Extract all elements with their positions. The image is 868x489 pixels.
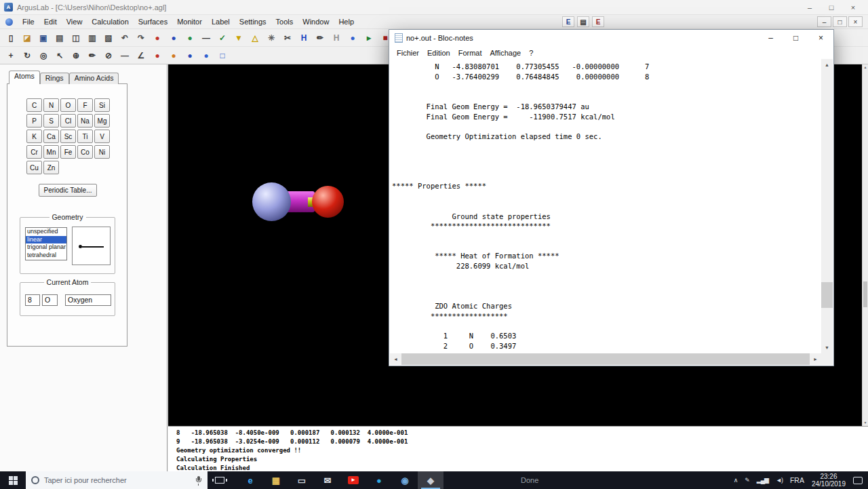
bond-line-icon[interactable]: ― (117, 48, 132, 62)
hidden-icons-chevron[interactable]: ∧ (734, 477, 738, 484)
element-button[interactable]: F (77, 98, 93, 112)
pencil-icon[interactable]: ✏ (313, 31, 328, 45)
element-button[interactable]: Cl (60, 114, 76, 128)
store-icon[interactable]: ▭ (289, 471, 315, 489)
language-indicator[interactable]: FRA (790, 476, 804, 484)
atom-color-blue-icon[interactable]: ● (182, 48, 197, 62)
edge-icon[interactable]: e (237, 471, 263, 489)
menu-item[interactable]: Label (207, 15, 235, 28)
menu-item[interactable]: View (62, 15, 87, 28)
energy-plot-icon[interactable]: E (592, 16, 604, 27)
rotate-tool-icon[interactable]: ↻ (20, 48, 35, 62)
menu-item[interactable]: Settings (235, 15, 271, 28)
geometry-option[interactable]: trigonal planar (26, 243, 66, 252)
menu-item[interactable]: Surfaces (134, 15, 172, 28)
network-icon[interactable]: ▂▄▆ (757, 477, 768, 484)
periodic-table-button[interactable]: Periodic Table... (39, 184, 97, 197)
chrome-icon[interactable]: ◉ (392, 471, 418, 489)
menu-item[interactable]: Window (298, 15, 334, 28)
atomic-number-field[interactable]: 8 (25, 294, 40, 306)
element-name-field[interactable]: Oxygen (65, 294, 111, 306)
mdi-restore-button[interactable]: □ (833, 16, 847, 27)
notepad-text-area[interactable]: N -4.83080701 0.77305455 -0.00000000 7 O… (390, 59, 821, 353)
remove-hydrogens-icon[interactable]: H (329, 31, 344, 45)
element-button[interactable]: Ca (43, 130, 59, 143)
scroll-up-icon[interactable]: ▲ (863, 64, 868, 71)
capture-icon[interactable]: ◫ (68, 31, 83, 45)
menu-item[interactable]: Affichage (486, 49, 526, 57)
arguslab-titlebar[interactable]: A ArgusLab - [C:\Users\Nihon\Desktop\no+… (0, 0, 868, 15)
angle-tool-icon[interactable]: ∠ (134, 48, 149, 62)
notepad-maximize-button[interactable]: □ (783, 30, 808, 46)
element-button[interactable]: C (26, 98, 42, 112)
element-button[interactable]: S (43, 114, 59, 128)
scroll-up-icon[interactable]: ▲ (821, 59, 833, 71)
element-button[interactable]: P (26, 114, 42, 128)
element-button[interactable]: O (60, 98, 76, 112)
center-tool-icon[interactable]: ⊕ (68, 48, 83, 62)
element-button[interactable]: Zn (43, 161, 59, 174)
mdi-close-button[interactable]: × (848, 16, 863, 27)
print-icon[interactable]: ▤ (52, 31, 67, 45)
geometry-option[interactable]: tetrahedral (26, 252, 66, 260)
settings-gear-icon[interactable]: ✳ (264, 31, 279, 45)
element-button[interactable]: Mn (43, 145, 59, 159)
scroll-down-icon[interactable]: ▼ (863, 420, 868, 426)
atom-red-icon[interactable]: ● (150, 31, 165, 45)
element-button[interactable]: K (26, 130, 42, 143)
clean-geometry-icon[interactable]: ✓ (215, 31, 230, 45)
draw-tool-icon[interactable]: ✏ (85, 48, 100, 62)
atom-color-navy-icon[interactable]: ● (199, 48, 214, 62)
menu-item[interactable]: File (18, 15, 39, 28)
copy-icon[interactable]: ▥ (85, 31, 100, 45)
element-button[interactable]: Na (77, 114, 93, 128)
panel-tab[interactable]: Rings (40, 73, 69, 84)
arguslab-minimize-button[interactable]: – (799, 1, 821, 14)
microphone-icon[interactable] (194, 475, 202, 486)
scroll-thumb[interactable] (821, 282, 833, 308)
geometry-option[interactable]: unspecified (26, 228, 66, 236)
nitrogen-atom[interactable] (252, 182, 291, 221)
element-button[interactable]: Ti (77, 130, 93, 143)
arguslab-close-button[interactable]: × (842, 1, 864, 14)
bond-tool-icon[interactable]: ― (199, 31, 214, 45)
panel-tab[interactable]: Amino Acids (69, 73, 119, 84)
clock[interactable]: 23:26 24/10/2019 (812, 473, 846, 488)
menu-item[interactable]: Tools (271, 15, 298, 28)
notepad-close-button[interactable]: × (808, 30, 833, 46)
pan-tool-icon[interactable]: + (3, 48, 18, 62)
action-center-icon[interactable] (853, 477, 863, 484)
viewport-scrollbar[interactable]: ▲ ▼ (862, 64, 868, 426)
search-box[interactable]: Taper ici pour rechercher (26, 471, 208, 489)
scroll-left-icon[interactable]: ◄ (390, 353, 401, 365)
measure-tool-icon[interactable]: △ (248, 31, 262, 45)
notepad-minimize-button[interactable]: – (758, 30, 783, 46)
menu-item[interactable]: Edit (39, 15, 62, 28)
menu-item[interactable]: Help (334, 15, 359, 28)
scroll-thumb[interactable] (863, 281, 867, 307)
mdi-minimize-button[interactable]: – (817, 16, 831, 27)
erase-tool-icon[interactable]: ⊘ (101, 48, 116, 62)
redo-icon[interactable]: ↷ (134, 31, 149, 45)
task-view-button[interactable] (208, 471, 232, 489)
geometry-listbox[interactable]: unspecifiedlineartrigonal planartetrahed… (25, 227, 67, 260)
new-file-icon[interactable]: ▯ (3, 31, 18, 45)
menu-item[interactable]: Monitor (172, 15, 207, 28)
open-folder-icon[interactable]: ◪ (20, 31, 35, 45)
mail-icon[interactable]: ✉ (315, 471, 340, 489)
run-calculation-icon[interactable]: ▸ (361, 31, 376, 45)
element-button[interactable]: Mg (94, 114, 110, 128)
paste-icon[interactable]: ▧ (101, 31, 116, 45)
youtube-icon[interactable]: ► (340, 471, 366, 489)
start-button[interactable] (0, 471, 26, 489)
menu-item[interactable]: ? (525, 49, 537, 57)
menu-item[interactable]: Calculation (87, 15, 133, 28)
panel-tab[interactable]: Atoms (9, 71, 40, 84)
notepad-vscrollbar[interactable]: ▲ ▼ (821, 59, 833, 353)
volume-icon[interactable]: ◄) (776, 477, 783, 484)
element-button[interactable]: Co (77, 145, 93, 159)
energy-icon[interactable]: E (562, 16, 574, 27)
menu-item[interactable]: Fichier (393, 49, 423, 57)
zoom-tool-icon[interactable]: ◎ (36, 48, 51, 62)
element-button[interactable]: Sc (60, 130, 76, 143)
